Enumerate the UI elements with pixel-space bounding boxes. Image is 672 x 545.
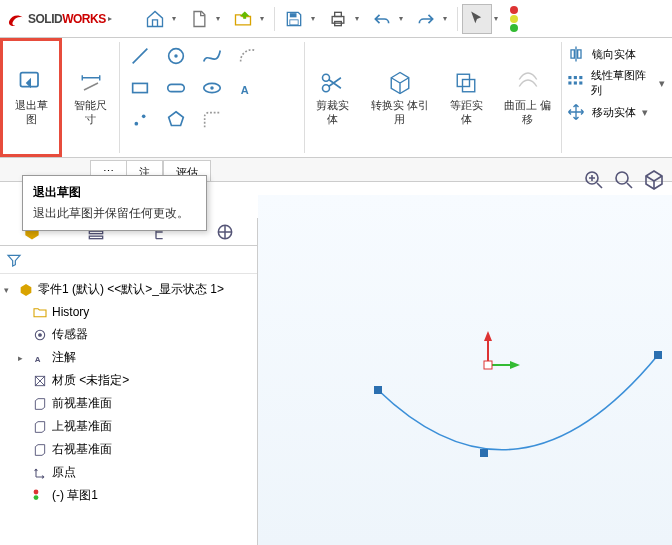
svg-rect-18 [463,80,475,92]
dropdown-icon[interactable]: ▾ [260,14,270,23]
collapse-icon[interactable]: ▾ [4,285,14,295]
exit-sketch-label: 退出草 图 [9,99,53,125]
smart-dimension-label: 智能尺 寸 [68,99,112,125]
circle-icon[interactable] [158,40,194,72]
point-icon[interactable] [122,104,158,136]
ellipse-icon[interactable] [194,72,230,104]
dropdown-icon[interactable]: ▾ [443,14,453,23]
home-icon[interactable] [140,4,170,34]
plane-icon [32,442,48,458]
sketch-arc[interactable] [378,355,658,450]
svg-rect-22 [569,81,572,84]
heads-up-view-toolbar [582,168,666,195]
svg-rect-21 [579,76,582,79]
svg-rect-19 [569,76,572,79]
svg-rect-20 [574,76,577,79]
dropdown-icon[interactable]: ▾ [311,14,321,23]
svg-rect-17 [458,75,470,87]
graphics-area[interactable] [258,195,672,545]
tree-material[interactable]: 材质 <未指定> [2,369,255,392]
dropdown-icon[interactable]: ▾ [172,14,182,23]
tree-top-plane[interactable]: 上视基准面 [2,415,255,438]
tooltip-body: 退出此草图并保留任何更改。 [33,205,196,222]
fillet-icon[interactable] [194,104,230,136]
tree-origin[interactable]: 原点 [2,461,255,484]
trim-button[interactable]: 剪裁实 体 [305,38,361,157]
line-icon[interactable] [122,40,158,72]
linear-pattern-button[interactable]: 线性草图阵列 ▾ [566,68,668,98]
feature-tree: ▾ 零件1 (默认) <<默认>_显示状态 1> History 传感器 ▸ A… [0,274,257,511]
sensor-icon [32,327,48,343]
brand-text: SOLIDWORKS [28,12,106,26]
plane-icon [32,396,48,412]
dropdown-icon[interactable]: ▾ [659,77,668,90]
move-label: 移动实体 [592,105,636,120]
dropdown-icon[interactable]: ▾ [494,14,504,23]
tree-sketch1[interactable]: (-) 草图1 [2,484,255,507]
tree-right-plane[interactable]: 右视基准面 [2,438,255,461]
part-icon [18,282,34,298]
rebuild-status-icon [510,6,518,32]
svg-point-26 [616,172,628,184]
svg-rect-29 [90,236,103,239]
arc-midpoint[interactable] [480,449,488,457]
svg-point-13 [134,122,138,126]
svg-point-32 [39,333,42,336]
arc-icon[interactable] [230,40,266,72]
tree-right-label: 右视基准面 [52,441,112,458]
svg-point-35 [34,489,39,494]
exit-sketch-button[interactable]: 退出草 图 [0,38,62,157]
expand-icon[interactable]: ▸ [18,353,28,363]
arc-endpoint[interactable] [374,386,382,394]
text-icon[interactable]: A [230,72,266,104]
zoom-fit-icon[interactable] [582,168,606,195]
move-button[interactable]: 移动实体 ▾ [566,102,668,122]
filter-icon[interactable] [6,252,22,268]
annotation-icon: A [32,350,48,366]
svg-rect-2 [332,16,344,23]
slot-icon[interactable] [158,72,194,104]
svg-rect-23 [574,81,577,84]
redo-icon[interactable] [411,4,441,34]
plane-icon [32,419,48,435]
convert-button[interactable]: 转换实 体引用 [361,38,438,157]
offset-label: 等距实 体 [444,99,488,125]
origin-icon [32,465,48,481]
print-icon[interactable] [323,4,353,34]
tree-history[interactable]: History [2,301,255,323]
polygon-icon[interactable] [158,104,194,136]
dropdown-icon[interactable]: ▾ [355,14,365,23]
smart-dimension-button[interactable]: 智能尺 寸 [62,38,118,157]
tree-origin-label: 原点 [52,464,76,481]
surface-offset-label: 曲面上 偏移 [500,99,555,125]
tree-root[interactable]: ▾ 零件1 (默认) <<默认>_显示状态 1> [2,278,255,301]
material-icon [32,373,48,389]
mirror-button[interactable]: 镜向实体 [566,44,668,64]
tree-annotations[interactable]: ▸ A 注解 [2,346,255,369]
app-logo: SOLIDWORKS [6,9,106,29]
dropdown-icon[interactable]: ▾ [399,14,409,23]
tree-sensors[interactable]: 传感器 [2,323,255,346]
spline-icon[interactable] [194,40,230,72]
undo-icon[interactable] [367,4,397,34]
view-orientation-icon[interactable] [642,168,666,195]
new-icon[interactable] [184,4,214,34]
save-icon[interactable] [279,4,309,34]
tree-top-label: 上视基准面 [52,418,112,435]
select-icon[interactable] [462,4,492,34]
menu-dropdown-icon[interactable]: ▸ [108,14,118,23]
dropdown-icon[interactable]: ▾ [216,14,226,23]
svg-marker-38 [484,331,492,341]
linear-pattern-label: 线性草图阵列 [591,68,653,98]
surface-offset-button: 曲面上 偏移 [494,38,561,157]
open-icon[interactable] [228,4,258,34]
rectangle-icon[interactable] [122,72,158,104]
dropdown-icon[interactable]: ▾ [642,106,652,119]
zoom-area-icon[interactable] [612,168,636,195]
tree-front-plane[interactable]: 前视基准面 [2,392,255,415]
svg-rect-24 [579,81,582,84]
arc-endpoint[interactable] [654,351,662,359]
tree-sensors-label: 传感器 [52,326,88,343]
svg-point-11 [211,87,213,89]
offset-button[interactable]: 等距实 体 [438,38,494,157]
